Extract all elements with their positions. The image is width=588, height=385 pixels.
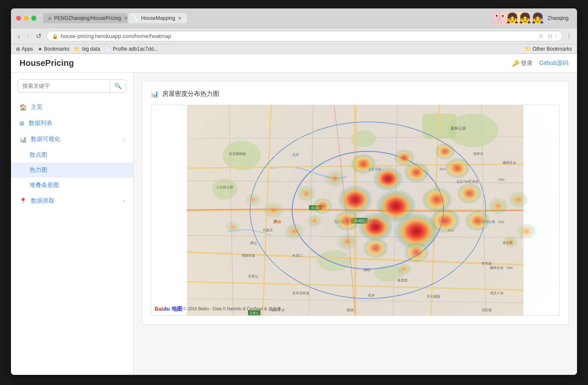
bar-chart-icon: 📊 xyxy=(151,90,159,98)
heatmap-canvas xyxy=(151,105,559,315)
back-button[interactable]: ‹ xyxy=(16,32,22,41)
sidebar-item-data-crawl[interactable]: 📍 数据抓取 ‹ xyxy=(11,193,133,209)
tabs-bar: ⊙ PENGZhaoqing/HousePricing ✕ 📄 HouseMap… xyxy=(43,13,490,23)
sidebar-item-scatter[interactable]: 散点图 xyxy=(11,147,133,163)
share-icon: ↑ xyxy=(555,33,557,39)
forward-button[interactable]: › xyxy=(25,32,30,41)
sidebar-item-home[interactable]: 🏠 主页 xyxy=(11,99,133,115)
apps-grid-icon: ⊞ xyxy=(16,46,20,52)
header-actions: 🔑 登录 Github源码 xyxy=(512,60,569,67)
sidebar-home-label: 主页 xyxy=(31,103,43,111)
bookmark-big-data-label: big data xyxy=(82,46,100,52)
bookmark-other-label: Other Bookmarks xyxy=(533,46,572,52)
address-field[interactable]: 🔒 house-pricing.herokuapp.com/home/heatm… xyxy=(46,31,563,41)
bookmark-big-data[interactable]: 📁 big data xyxy=(74,46,100,52)
chart-icon: 📊 xyxy=(19,136,27,143)
chevron-left-icon: ‹ xyxy=(123,136,125,142)
app-body: 🔍 🏠 主页 ⊞ 数据列表 📊 数据可视化 ‹ xyxy=(11,73,577,375)
bookmark-star-icon[interactable]: ☆ xyxy=(539,33,544,39)
reader-mode-icon: ⊡ xyxy=(548,33,552,39)
maximize-button[interactable] xyxy=(31,16,36,21)
sidebar-stacked-bar-label: 堆叠条形图 xyxy=(30,182,59,188)
bookmark-bookmarks[interactable]: ★ Bookmarks xyxy=(38,46,69,52)
bookmark-apps[interactable]: ⊞ Apps xyxy=(16,46,33,52)
close-button[interactable] xyxy=(16,16,21,21)
bookmark-other[interactable]: 📁 Other Bookmarks xyxy=(525,46,572,52)
search-input[interactable] xyxy=(18,80,110,92)
map-copyright: © 2016 Baidu - Data © NavInfo & CenNavi … xyxy=(183,306,281,312)
star-icon: ★ xyxy=(38,46,42,52)
bookmark-apps-label: Apps xyxy=(22,46,33,52)
bookmark-profile-label: Profile adb1ac7dd... xyxy=(113,46,158,52)
home-icon: 🏠 xyxy=(19,104,27,111)
sidebar-scatter-label: 散点图 xyxy=(30,151,47,158)
reload-button[interactable]: ↺ xyxy=(34,31,43,41)
heatmap-card: 📊 房屋密度分布热力图 xyxy=(142,81,569,325)
address-bar: ‹ › ↺ 🔒 house-pricing.herokuapp.com/home… xyxy=(11,28,577,44)
search-button[interactable]: 🔍 xyxy=(110,80,126,92)
tab-housemapping-close[interactable]: ✕ xyxy=(178,16,182,21)
document-icon: 📄 xyxy=(133,16,139,21)
map-attribution: Baidu 地图 © 2016 Baidu - Data © NavInfo &… xyxy=(155,305,281,313)
more-options-button[interactable]: ⋮ xyxy=(566,33,572,40)
github-source-button[interactable]: Github源码 xyxy=(539,60,569,67)
anime-avatar: 🎌👧👧👧 xyxy=(493,12,544,24)
login-label: 登录 xyxy=(521,60,533,67)
sidebar-item-stacked-bar[interactable]: 堆叠条形图 xyxy=(11,178,133,193)
sidebar: 🔍 🏠 主页 ⊞ 数据列表 📊 数据可视化 ‹ xyxy=(11,73,133,375)
login-button[interactable]: 🔑 登录 xyxy=(512,60,533,67)
login-icon: 🔑 xyxy=(512,60,519,67)
tab-housemapping-label: HouseMapping xyxy=(141,15,175,21)
traffic-lights xyxy=(16,16,36,21)
bookmark-profile[interactable]: 📄 Profile adb1ac7dd... xyxy=(105,46,158,52)
title-bar: ⊙ PENGZhaoqing/HousePricing ✕ 📄 HouseMap… xyxy=(11,8,577,28)
folder-icon: 📁 xyxy=(74,46,80,52)
tab-github-label: PENGZhaoqing/HousePricing xyxy=(54,15,121,21)
search-box: 🔍 xyxy=(18,79,126,92)
github-source-label: Github源码 xyxy=(539,60,569,66)
sidebar-item-data-list[interactable]: ⊞ 数据列表 xyxy=(11,115,133,131)
pin-icon: 📍 xyxy=(19,198,27,204)
minimize-button[interactable] xyxy=(24,16,29,21)
address-text: house-pricing.herokuapp.com/home/heatmap xyxy=(61,33,172,39)
bookmarks-bar: ⊞ Apps ★ Bookmarks 📁 big data 📄 Profile … xyxy=(11,44,577,54)
page-content: HousePricing 🔑 登录 Github源码 🔍 xyxy=(11,54,577,375)
file-icon: 📄 xyxy=(105,46,111,52)
card-title: 📊 房屋密度分布热力图 xyxy=(151,90,560,98)
user-label: Zhaoqing xyxy=(547,15,572,21)
sidebar-data-list-label: 数据列表 xyxy=(29,119,52,127)
tab-housemapping[interactable]: 📄 HouseMapping ✕ xyxy=(128,13,187,23)
github-icon: ⊙ xyxy=(48,16,52,21)
app-header: HousePricing 🔑 登录 Github源码 xyxy=(11,54,577,73)
other-bookmarks-folder-icon: 📁 xyxy=(525,46,531,52)
bookmark-bookmarks-label: Bookmarks xyxy=(44,46,69,52)
browser-window: ⊙ PENGZhaoqing/HousePricing ✕ 📄 HouseMap… xyxy=(11,8,577,375)
main-content: 📊 房屋密度分布热力图 xyxy=(133,73,577,375)
sidebar-item-data-viz[interactable]: 📊 数据可视化 ‹ xyxy=(11,131,133,147)
card-title-text: 房屋密度分布热力图 xyxy=(162,90,219,98)
sidebar-data-viz-label: 数据可视化 xyxy=(31,136,60,143)
sidebar-heatmap-label: 热力图 xyxy=(30,166,47,173)
sidebar-data-crawl-label: 数据抓取 xyxy=(31,197,54,205)
table-icon: ⊞ xyxy=(19,120,24,127)
baidu-logo: Baidu 地图 xyxy=(155,305,182,313)
tab-github-close[interactable]: ✕ xyxy=(124,16,128,21)
tab-github[interactable]: ⊙ PENGZhaoqing/HousePricing ✕ xyxy=(43,13,128,23)
chevron-left-icon-2: ‹ xyxy=(123,198,125,204)
heatmap-container[interactable]: 森林公园 北京植物园 八大处公园 北京798艺术区 清华大 东城区 朝阳公园 北… xyxy=(151,105,560,316)
sidebar-item-heatmap[interactable]: 热力图 xyxy=(11,163,133,178)
lock-icon: 🔒 xyxy=(52,33,58,39)
app-logo: HousePricing xyxy=(19,58,74,68)
